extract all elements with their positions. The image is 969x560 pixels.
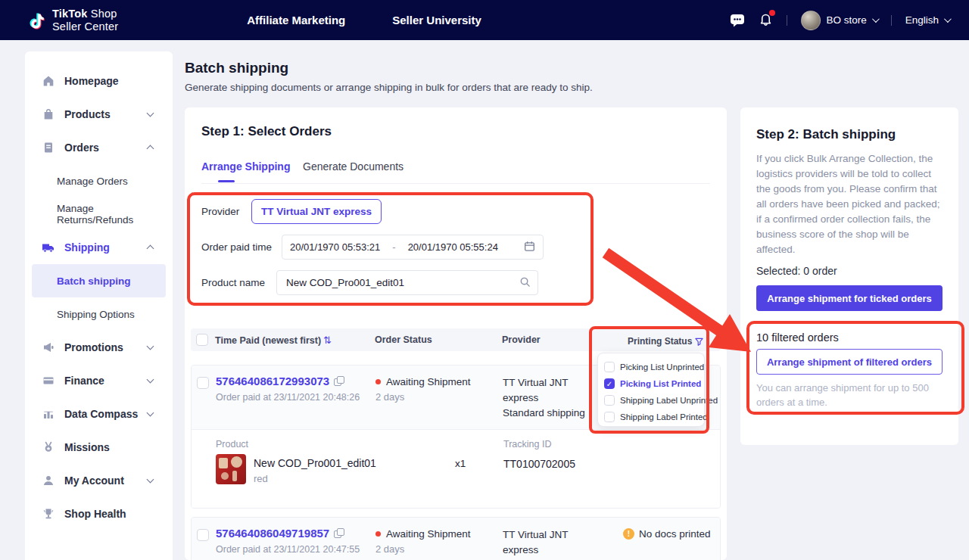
arrange-filtered-orders-button[interactable]: Arrange shipment of filtered orders <box>756 349 943 375</box>
range-separator: - <box>392 241 395 253</box>
sidebar-item-shipping-options[interactable]: Shipping Options <box>25 297 173 331</box>
tracking-id-label: Tracking ID <box>503 439 551 450</box>
product-column-label: Product <box>216 439 248 450</box>
logo-seller-center: Seller Center <box>52 20 118 33</box>
order-status: Awaiting Shipment <box>375 376 471 387</box>
language-selector[interactable]: English <box>905 14 949 26</box>
order-checkbox[interactable] <box>197 529 209 541</box>
arrange-ticked-orders-button[interactable]: Arrange shipment for ticked orders <box>756 285 943 311</box>
page-title: Batch shipping <box>185 60 288 76</box>
column-printing-status[interactable]: Printing Status <box>628 336 703 347</box>
printing-status-cell: !No docs printed <box>623 528 711 540</box>
order-id-link[interactable]: 576464086049719857 <box>216 527 344 540</box>
filter-option-picking-list-unprinted[interactable]: Picking List Unprinted <box>598 359 704 375</box>
filtered-orders-count: 10 filtered orders <box>756 331 839 344</box>
order-checkbox[interactable] <box>197 377 209 389</box>
sidebar-item-orders[interactable]: Orders <box>25 131 173 164</box>
sidebar-item-shipping[interactable]: Shipping <box>25 231 173 264</box>
logo-text: TikTok Shop Seller Center <box>52 8 118 33</box>
sort-icon[interactable]: ⇅ <box>323 334 332 346</box>
sidebar-item-manage-returns[interactable]: Manage Returns/Refunds <box>25 198 173 231</box>
sidebar-item-missions[interactable]: Missions <box>25 431 173 464</box>
page-subtitle: Generate shipping documents or arrange s… <box>185 82 593 93</box>
sidebar-item-products[interactable]: Products <box>25 98 173 131</box>
medal-icon <box>42 441 55 454</box>
store-name: BO store <box>826 14 866 26</box>
order-age: 2 days <box>375 543 404 555</box>
divider <box>891 15 892 26</box>
order-id-link[interactable]: 576464086172993073 <box>216 375 344 387</box>
sidebar-item-shop-health[interactable]: Shop Health <box>25 497 173 530</box>
order-paid-time: Order paid at 23/11/2021 20:48:26 <box>216 392 360 403</box>
notifications-bell[interactable] <box>759 11 773 29</box>
trophy-icon <box>42 508 55 521</box>
paid-time-end[interactable]: 20/01/1970 05:55:24 <box>408 241 498 253</box>
checkbox[interactable] <box>604 412 615 422</box>
divider <box>787 15 787 26</box>
megaphone-icon <box>42 341 55 354</box>
sidebar-item-batch-shipping[interactable]: Batch shipping <box>32 264 166 297</box>
provider-label: Provider <box>201 206 239 217</box>
divider <box>201 183 710 184</box>
person-icon <box>42 474 55 487</box>
step2-description: If you click Bulk Arrange Collection, th… <box>756 151 946 257</box>
search-icon[interactable] <box>519 276 531 291</box>
step1-title: Step 1: Select Orders <box>201 124 332 139</box>
order-provider: TT Virtual JNT expressStandard shipping <box>503 375 597 421</box>
store-switcher[interactable]: BO store <box>801 11 877 30</box>
checkbox[interactable] <box>604 395 615 406</box>
chevron-down-icon <box>147 376 154 384</box>
step2-card: Step 2: Batch shipping If you click Bulk… <box>740 107 958 445</box>
printing-status-dropdown: Picking List Unprinted ✓ Picking List Pr… <box>597 353 705 427</box>
logo-shop: Shop <box>88 8 117 20</box>
provider-filter-button[interactable]: TT Virtual JNT express <box>251 199 382 224</box>
chat-icon[interactable] <box>730 14 745 27</box>
chevron-down-icon <box>872 15 880 23</box>
store-avatar <box>801 11 821 30</box>
filter-option-shipping-label-unprinted[interactable]: Shipping Label Unprinted <box>598 392 704 409</box>
order-paid-time: Order paid at 23/11/2021 20:47:55 <box>216 544 360 555</box>
filter-option-picking-list-printed[interactable]: ✓ Picking List Printed <box>598 375 704 392</box>
tiktok-logo[interactable]: TikTok Shop Seller Center <box>27 8 118 33</box>
tiktok-note-icon <box>27 11 45 30</box>
filter-funnel-icon[interactable] <box>695 338 703 346</box>
sidebar-item-finance[interactable]: Finance <box>25 364 173 397</box>
order-product-row: Product New COD_Pro001_edit01 red x1 Tra… <box>192 429 720 509</box>
chevron-up-icon <box>147 245 154 253</box>
tab-arrange-shipping[interactable]: Arrange Shipping <box>201 160 290 173</box>
sidebar-item-promotions[interactable]: Promotions <box>25 331 173 364</box>
tab-generate-documents[interactable]: Generate Documents <box>303 160 403 173</box>
sidebar-item-homepage[interactable]: Homepage <box>25 64 173 98</box>
home-icon <box>42 75 55 88</box>
order-provider: TT Virtual JNT express <box>503 527 597 558</box>
status-dot-icon <box>375 531 381 537</box>
order-paid-time-label: Order paid time <box>201 241 272 253</box>
product-name: New COD_Pro001_edit01 <box>254 457 376 469</box>
order-summary-row: 576464086049719857 Order paid at 23/11/2… <box>192 518 720 560</box>
bar-chart-icon <box>42 408 55 421</box>
calendar-icon[interactable] <box>524 241 535 254</box>
chevron-down-icon <box>147 476 154 484</box>
copy-icon[interactable] <box>334 528 344 538</box>
copy-icon[interactable] <box>334 376 344 386</box>
sidebar-item-my-account[interactable]: My Account <box>25 464 173 497</box>
nav-affiliate-marketing[interactable]: Affiliate Marketing <box>247 14 345 26</box>
product-name-input[interactable] <box>276 270 538 295</box>
chevron-down-icon <box>147 110 154 117</box>
filter-option-shipping-label-printed[interactable]: Shipping Label Printed <box>598 409 704 425</box>
sidebar-item-manage-orders[interactable]: Manage Orders <box>25 164 173 198</box>
sidebar-item-data-compass[interactable]: Data Compass <box>25 397 173 431</box>
credit-card-icon <box>42 375 55 387</box>
checkbox[interactable] <box>604 362 615 372</box>
logo-tiktok: TikTok <box>52 8 88 20</box>
step1-card: Step 1: Select Orders Arrange Shipping G… <box>185 107 727 560</box>
paid-time-start[interactable]: 20/01/1970 05:53:21 <box>290 241 380 253</box>
nav-seller-university[interactable]: Seller University <box>392 14 481 26</box>
orders-doc-icon <box>42 142 55 154</box>
tracking-id: TT0100702005 <box>503 458 575 470</box>
checkbox-checked[interactable]: ✓ <box>604 378 615 389</box>
select-all-checkbox[interactable] <box>196 334 208 346</box>
column-time-paid[interactable]: Time Paid (newest first)⇅ <box>215 334 332 346</box>
order-paid-time-range[interactable]: 20/01/1970 05:53:21 - 20/01/1970 05:55:2… <box>282 235 544 260</box>
product-image <box>216 454 246 484</box>
